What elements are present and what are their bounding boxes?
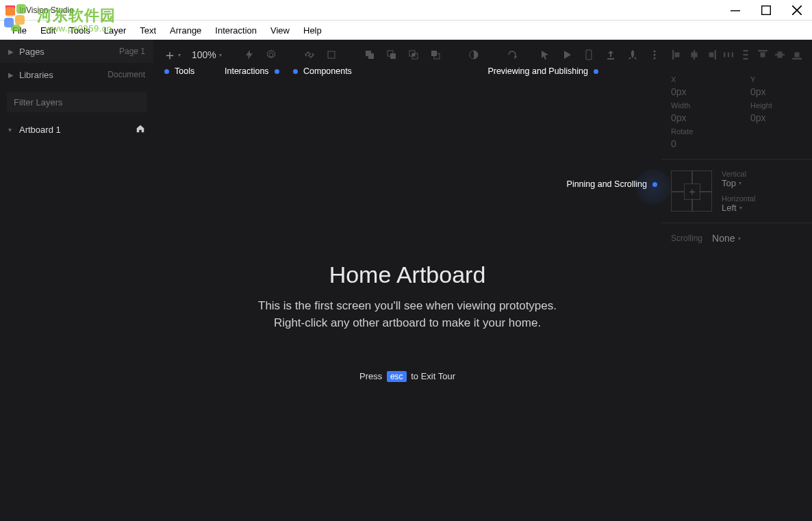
width-value[interactable]: 0px: [671, 112, 723, 123]
tour-label-components[interactable]: Components: [293, 66, 352, 76]
app-icon: [5, 5, 15, 15]
lightning-icon[interactable]: [244, 47, 255, 63]
pin-center-icon[interactable]: ＋: [684, 183, 700, 200]
crop-icon[interactable]: [326, 47, 337, 63]
rotate-label: Rotate: [671, 127, 802, 136]
svg-rect-32: [777, 51, 782, 58]
menu-edit[interactable]: Edit: [34, 23, 62, 38]
vertical-select[interactable]: Top▾: [722, 178, 802, 188]
pinning-highlight-ring: [634, 168, 672, 206]
menu-interaction[interactable]: Interaction: [208, 23, 264, 38]
chevron-down-icon: ▾: [8, 126, 15, 134]
pinning-section: ＋ Vertical Top▾ Horizontal Left▾: [661, 160, 812, 223]
sidebar-artboard[interactable]: ▾ Artboard 1: [0, 118, 153, 141]
rocket-icon[interactable]: [627, 47, 638, 63]
tour-label-interactions[interactable]: Interactions: [225, 66, 279, 76]
libraries-meta: Document: [107, 70, 145, 79]
left-sidebar: ▶ Pages Page 1 ▶ Libraries Document ▾ Ar…: [0, 40, 153, 521]
exit-tour-hint: Press esc to Exit Tour: [153, 371, 661, 382]
svg-rect-17: [672, 50, 674, 60]
play-icon[interactable]: [561, 47, 572, 63]
tour-dot-icon: [293, 69, 298, 74]
distribute-v-icon[interactable]: [739, 49, 752, 61]
gear-icon[interactable]: [266, 47, 277, 63]
app-area: ▶ Pages Page 1 ▶ Libraries Document ▾ Ar…: [0, 40, 812, 521]
pages-meta: Page 1: [119, 47, 145, 56]
cursor-icon[interactable]: [540, 47, 550, 63]
x-label: X: [671, 75, 723, 84]
svg-rect-4: [368, 53, 374, 59]
upload-icon[interactable]: [605, 47, 616, 63]
svg-rect-18: [674, 53, 679, 58]
tour-label-tools[interactable]: Tools: [164, 66, 194, 76]
tour-interactions-text: Interactions: [225, 66, 269, 76]
minimize-button[interactable]: [720, 0, 750, 21]
distribute-h-icon[interactable]: [722, 49, 735, 61]
svg-rect-22: [709, 53, 713, 58]
chevron-right-icon: ▶: [8, 71, 15, 79]
filter-layers-box: [7, 92, 147, 112]
align-vcenter-icon[interactable]: [774, 49, 786, 61]
window-controls: [720, 0, 812, 21]
scrolling-select[interactable]: None▾: [712, 233, 740, 244]
tour-components-text: Components: [303, 66, 352, 76]
svg-rect-26: [743, 50, 748, 51]
y-label: Y: [750, 75, 802, 84]
menu-text[interactable]: Text: [133, 23, 163, 38]
caret-down-icon: ▾: [178, 52, 181, 58]
canvas-area: Tools Interactions Components Previewing…: [153, 70, 661, 521]
align-right-icon[interactable]: [705, 49, 718, 61]
align-hcenter-icon[interactable]: [688, 49, 700, 61]
more-icon[interactable]: [649, 47, 660, 63]
scrolling-label: Scrolling: [671, 233, 702, 243]
align-bottom-icon[interactable]: [791, 49, 803, 61]
x-value[interactable]: 0px: [671, 86, 723, 97]
svg-rect-34: [794, 53, 799, 58]
position-group: X 0px Y 0px Width 0px Height 0px: [661, 70, 812, 160]
filter-layers-input[interactable]: [7, 92, 147, 112]
pin-grid[interactable]: ＋: [671, 170, 712, 212]
menu-view[interactable]: View: [264, 23, 296, 38]
titlebar: InVision Studio: [0, 0, 812, 21]
svg-rect-2: [328, 51, 335, 58]
y-value[interactable]: 0px: [750, 86, 802, 97]
device-icon[interactable]: [583, 47, 594, 63]
tour-dot-icon: [275, 69, 279, 74]
svg-rect-25: [731, 53, 733, 58]
horizontal-select[interactable]: Left▾: [722, 203, 802, 213]
svg-rect-21: [714, 50, 715, 60]
add-tool-button[interactable]: ＋▾: [163, 46, 181, 64]
sidebar-libraries[interactable]: ▶ Libraries Document: [0, 63, 153, 86]
svg-rect-6: [390, 53, 396, 59]
zoom-control[interactable]: 100%▾: [192, 49, 222, 60]
caret-down-icon: ▾: [219, 52, 222, 58]
mask-icon[interactable]: [468, 47, 479, 63]
tour-dot-icon: [164, 69, 169, 74]
menu-layer[interactable]: Layer: [97, 23, 134, 38]
horizontal-label: Horizontal: [722, 194, 802, 203]
menu-arrange[interactable]: Arrange: [163, 23, 208, 38]
svg-rect-23: [724, 53, 725, 58]
union-icon[interactable]: [364, 47, 375, 63]
svg-rect-33: [792, 58, 802, 60]
maximize-button[interactable]: [750, 0, 781, 21]
subtract-icon[interactable]: [386, 47, 397, 63]
align-left-icon[interactable]: [671, 49, 683, 61]
vertical-label: Vertical: [722, 170, 802, 178]
svg-rect-13: [586, 50, 592, 60]
align-top-icon[interactable]: [757, 49, 769, 61]
intersect-icon[interactable]: [408, 47, 419, 63]
menu-file[interactable]: File: [5, 23, 34, 38]
tour-label-previewing[interactable]: Previewing and Publishing: [487, 66, 598, 76]
sidebar-pages[interactable]: ▶ Pages Page 1: [0, 40, 153, 63]
menu-tools[interactable]: Tools: [62, 23, 97, 38]
refresh-icon[interactable]: [507, 47, 518, 63]
close-button[interactable]: [781, 0, 812, 21]
link-icon[interactable]: [304, 47, 315, 63]
difference-icon[interactable]: [430, 47, 441, 63]
exit-prefix: Press: [359, 371, 382, 381]
window-title: InVision Studio: [19, 5, 720, 15]
menu-help[interactable]: Help: [296, 23, 329, 38]
rotate-value[interactable]: 0: [671, 138, 802, 149]
height-value[interactable]: 0px: [750, 112, 802, 123]
